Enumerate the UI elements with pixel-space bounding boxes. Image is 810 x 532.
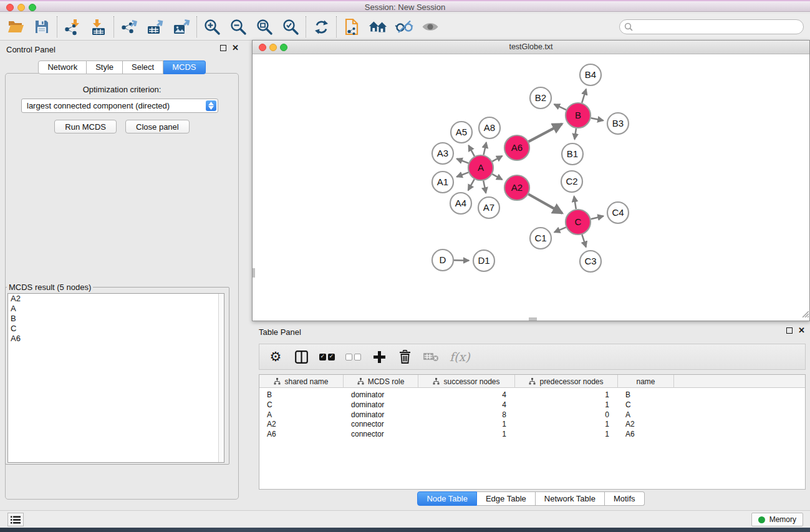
- cell-shared-name[interactable]: C: [259, 400, 344, 410]
- node-C1[interactable]: C1: [530, 228, 551, 249]
- tab-network-table[interactable]: Network Table: [536, 491, 605, 506]
- cell-shared-name[interactable]: B: [259, 390, 344, 400]
- cell-MCDS-role[interactable]: dominator: [344, 390, 418, 400]
- cell-shared-name[interactable]: A6: [259, 429, 344, 439]
- node-C2[interactable]: C2: [561, 171, 582, 192]
- node-A8[interactable]: A8: [479, 117, 500, 138]
- show-columns-icon[interactable]: [294, 349, 309, 365]
- node-A6[interactable]: A6: [504, 135, 529, 160]
- cell-shared-name[interactable]: A2: [259, 419, 344, 429]
- cell-MCDS-role[interactable]: connector: [344, 429, 418, 439]
- mcds-result-item[interactable]: A2: [8, 294, 224, 304]
- table-row-A2[interactable]: A2connector11A2: [259, 419, 805, 429]
- node-A7[interactable]: A7: [478, 197, 499, 218]
- edge-A-A3[interactable]: [456, 158, 468, 163]
- network-graph-canvas[interactable]: B4B2BB3A8A5A6A3B1AA1C2A2A4A7C4CC1C3DD1: [253, 54, 809, 321]
- cell-predecessor-nodes[interactable]: 1: [515, 400, 618, 410]
- edge-A6-B[interactable]: [529, 124, 562, 142]
- close-panel-button[interactable]: Close panel: [125, 120, 190, 133]
- mcds-result-item[interactable]: B: [8, 314, 224, 324]
- network-horizontal-scroll-stub[interactable]: [529, 317, 537, 321]
- cell-successor-nodes[interactable]: 4: [418, 390, 515, 400]
- close-panel-icon[interactable]: ✕: [232, 45, 239, 51]
- search-input[interactable]: [619, 19, 804, 34]
- mcds-result-item[interactable]: A6: [8, 334, 224, 344]
- refresh-layout-icon[interactable]: [312, 17, 330, 36]
- export-table-icon[interactable]: [146, 17, 165, 36]
- close-table-panel-icon[interactable]: ✕: [798, 327, 805, 334]
- edge-A2-C[interactable]: [528, 194, 562, 213]
- cell-predecessor-nodes[interactable]: 0: [515, 410, 618, 420]
- table-row-A6[interactable]: A6connector11A6: [259, 429, 805, 439]
- cell-MCDS-role[interactable]: dominator: [344, 400, 418, 410]
- export-image-icon[interactable]: [172, 17, 191, 36]
- import-network-icon[interactable]: [63, 17, 82, 36]
- column-header-shared-name[interactable]: shared name: [259, 375, 344, 388]
- node-D1[interactable]: D1: [473, 250, 494, 271]
- deselect-all-icon[interactable]: [345, 349, 361, 365]
- edge-C-C3[interactable]: [582, 235, 586, 247]
- cell-successor-nodes[interactable]: 4: [418, 400, 515, 410]
- delete-columns-trash-icon[interactable]: [397, 349, 412, 365]
- cell-successor-nodes[interactable]: 1: [418, 429, 515, 439]
- zoom-selected-icon[interactable]: [281, 17, 300, 36]
- node-B2[interactable]: B2: [530, 87, 551, 109]
- edge-A-A7[interactable]: [483, 181, 486, 193]
- edge-A-A8[interactable]: [483, 142, 486, 155]
- table-row-C[interactable]: Cdominator41C: [259, 400, 805, 410]
- select-all-icon[interactable]: [319, 349, 335, 365]
- node-A1[interactable]: A1: [432, 172, 453, 193]
- cell-MCDS-role[interactable]: connector: [344, 419, 418, 429]
- tab-motifs[interactable]: Motifs: [605, 491, 645, 506]
- float-table-panel-icon[interactable]: [786, 327, 793, 334]
- hide-graphics-details-icon[interactable]: [395, 17, 413, 36]
- list-scrollbar[interactable]: [218, 294, 224, 462]
- edge-B-B4[interactable]: [582, 89, 586, 103]
- export-network-icon[interactable]: [120, 17, 138, 36]
- open-file-icon[interactable]: [6, 17, 25, 36]
- zoom-fit-icon[interactable]: [255, 17, 274, 36]
- tab-select[interactable]: Select: [123, 60, 163, 74]
- home-icon[interactable]: [369, 17, 387, 36]
- cell-name[interactable]: A2: [618, 419, 674, 429]
- table-row-B[interactable]: Bdominator41B: [259, 390, 805, 400]
- tab-edge-table[interactable]: Edge Table: [477, 491, 536, 506]
- edge-B-B1[interactable]: [574, 128, 576, 139]
- cell-name[interactable]: B: [618, 390, 674, 400]
- network-from-file-icon[interactable]: [342, 17, 361, 36]
- node-A4[interactable]: A4: [450, 193, 471, 214]
- table-row-A[interactable]: Adominator80A: [259, 410, 805, 420]
- cell-successor-nodes[interactable]: 1: [418, 419, 515, 429]
- cell-MCDS-role[interactable]: dominator: [344, 410, 418, 420]
- node-C[interactable]: C: [566, 210, 591, 235]
- task-history-button[interactable]: [7, 513, 24, 526]
- node-D[interactable]: D: [432, 249, 453, 271]
- edge-A-A1[interactable]: [456, 172, 468, 177]
- mcds-result-item[interactable]: C: [8, 324, 224, 334]
- cell-name[interactable]: C: [618, 400, 674, 410]
- window-resize-grip[interactable]: [800, 309, 809, 320]
- node-C3[interactable]: C3: [580, 251, 601, 272]
- edge-A-A2[interactable]: [492, 174, 502, 180]
- network-vertical-scroll-stub[interactable]: [253, 268, 255, 278]
- column-settings-gear-icon[interactable]: ⚙: [268, 349, 283, 365]
- save-session-icon[interactable]: [32, 17, 51, 36]
- import-table-icon[interactable]: [89, 17, 108, 36]
- node-B3[interactable]: B3: [607, 113, 629, 134]
- node-B1[interactable]: B1: [562, 143, 583, 165]
- cell-name[interactable]: A6: [618, 429, 674, 439]
- mcds-result-item[interactable]: A: [8, 304, 224, 314]
- add-column-icon[interactable]: [372, 349, 387, 365]
- edge-B-B2[interactable]: [554, 104, 566, 110]
- cell-predecessor-nodes[interactable]: 1: [515, 429, 618, 439]
- node-A2[interactable]: A2: [504, 175, 529, 200]
- cell-predecessor-nodes[interactable]: 1: [515, 390, 618, 400]
- node-B4[interactable]: B4: [580, 64, 601, 85]
- edge-A-A6[interactable]: [492, 156, 502, 162]
- node-table[interactable]: shared nameMCDS rolesuccessor nodesprede…: [259, 374, 806, 490]
- tab-mcds[interactable]: MCDS: [163, 60, 205, 74]
- float-panel-icon[interactable]: [220, 45, 226, 51]
- tab-style[interactable]: Style: [87, 60, 123, 74]
- memory-button[interactable]: Memory: [751, 513, 803, 526]
- cell-successor-nodes[interactable]: 8: [418, 410, 515, 420]
